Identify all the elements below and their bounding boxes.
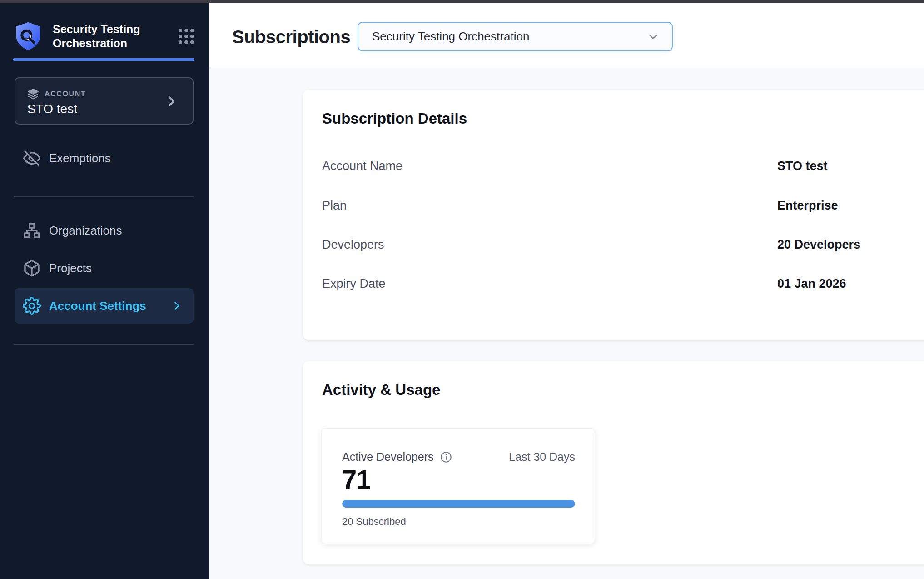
developers-progress-fill [342, 500, 575, 508]
detail-value: Enterprise [777, 199, 838, 213]
active-developers-count: 71 [342, 464, 371, 494]
detail-label: Plan [322, 199, 347, 213]
chevron-right-icon [164, 95, 178, 108]
sidebar-item-organizations[interactable]: Organizations [15, 216, 194, 245]
sidebar-divider [14, 196, 194, 197]
org-chart-icon [23, 221, 41, 240]
chevron-right-icon [171, 300, 183, 312]
account-scope-selector[interactable]: ACCOUNT STO test [15, 77, 194, 125]
sidebar-item-exemptions[interactable]: Exemptions [15, 144, 194, 172]
subscription-details-title: Subscription Details [322, 110, 467, 127]
sidebar-item-label: Account Settings [49, 299, 146, 313]
gear-icon [23, 297, 41, 315]
active-developers-widget: Active Developers Last 30 Days 71 20 Sub… [321, 428, 595, 544]
period-label: Last 30 Days [509, 450, 575, 464]
page-header: Subscriptions Security Testing Orchestra… [209, 3, 924, 66]
page-title: Subscriptions [232, 27, 350, 47]
main-content: Subscription Details Account Name STO te… [209, 66, 924, 579]
sidebar: Security Testing Orchestration ACCOUNT S… [0, 3, 209, 579]
detail-row-expiry-date: Expiry Date 01 Jan 2026 [322, 277, 913, 295]
detail-value: STO test [777, 159, 828, 173]
sidebar-item-label: Organizations [49, 224, 122, 238]
detail-label: Developers [322, 238, 384, 252]
active-developers-label: Active Developers [342, 450, 433, 464]
subscription-details-card: Subscription Details Account Name STO te… [303, 90, 924, 340]
sidebar-header: Security Testing Orchestration [15, 18, 196, 55]
sidebar-item-projects[interactable]: Projects [15, 254, 194, 282]
detail-row-account-name: Account Name STO test [322, 159, 913, 177]
sto-shield-logo-icon [15, 21, 42, 51]
window-top-strip [0, 0, 924, 3]
detail-label: Expiry Date [322, 277, 386, 291]
detail-row-developers: Developers 20 Developers [322, 238, 913, 256]
sidebar-accent-underline [13, 58, 194, 61]
activity-usage-card: Activity & Usage Active Developers Last … [303, 361, 924, 564]
layers-icon [27, 88, 39, 100]
eye-off-icon [23, 149, 41, 167]
chevron-down-icon [646, 30, 660, 44]
info-icon[interactable] [440, 451, 452, 464]
account-scope-label: ACCOUNT [45, 90, 86, 98]
detail-value: 20 Developers [777, 238, 860, 252]
sidebar-item-label: Projects [49, 261, 92, 275]
sidebar-item-label: Exemptions [49, 151, 111, 165]
detail-row-plan: Plan Enterprise [322, 199, 913, 217]
module-select-value: Security Testing Orchestration [372, 30, 529, 44]
subscribed-count-label: 20 Subscribed [342, 516, 406, 528]
app-switcher-grid-icon[interactable] [176, 26, 196, 46]
developers-progress-bar [342, 500, 575, 508]
sidebar-app-title: Security Testing Orchestration [53, 22, 155, 51]
account-name: STO test [27, 102, 77, 116]
sidebar-item-account-settings[interactable]: Account Settings [15, 288, 194, 324]
sidebar-divider [14, 344, 194, 345]
detail-value: 01 Jan 2026 [777, 277, 846, 291]
cube-icon [23, 259, 41, 277]
activity-usage-title: Activity & Usage [322, 381, 440, 399]
detail-label: Account Name [322, 159, 402, 173]
module-select-dropdown[interactable]: Security Testing Orchestration [358, 22, 673, 51]
